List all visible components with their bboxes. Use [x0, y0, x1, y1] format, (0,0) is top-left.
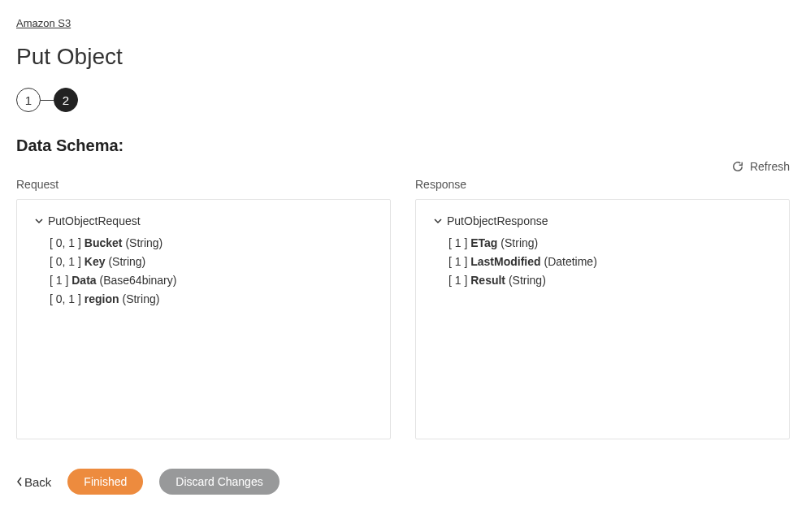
field-type: (Base64binary) — [97, 274, 177, 287]
response-root[interactable]: PutObjectResponse — [434, 214, 771, 227]
field-name: Data — [72, 274, 96, 287]
response-field: [ 1 ] LastModified (Datetime) — [434, 253, 771, 271]
request-panel: PutObjectRequest [ 0, 1 ] Bucket (String… — [16, 199, 391, 439]
chevron-left-icon — [16, 477, 23, 487]
finished-button[interactable]: Finished — [67, 469, 143, 495]
section-title: Data Schema: — [16, 136, 790, 155]
field-name: Result — [470, 274, 505, 287]
response-field: [ 1 ] Result (String) — [434, 271, 771, 290]
response-root-name: PutObjectResponse — [447, 214, 548, 227]
request-field: [ 1 ] Data (Base64binary) — [35, 271, 372, 290]
field-cardinality: [ 1 ] — [50, 274, 72, 287]
discard-button[interactable]: Discard Changes — [159, 469, 279, 495]
back-label: Back — [24, 475, 51, 489]
field-type: (String) — [119, 292, 160, 305]
back-button[interactable]: Back — [16, 475, 51, 489]
field-cardinality: [ 1 ] — [448, 274, 470, 287]
response-label: Response — [415, 178, 790, 191]
field-cardinality: [ 1 ] — [448, 255, 470, 268]
chevron-down-icon — [35, 217, 43, 225]
refresh-button[interactable]: Refresh — [732, 160, 790, 173]
field-cardinality: [ 0, 1 ] — [50, 255, 84, 268]
response-field: [ 1 ] ETag (String) — [434, 234, 771, 253]
field-name: Key — [84, 255, 106, 268]
field-type: (String) — [505, 274, 546, 287]
breadcrumb-amazon-s3[interactable]: Amazon S3 — [16, 17, 71, 29]
request-root-name: PutObjectRequest — [48, 214, 141, 227]
request-column: Request PutObjectRequest [ 0, 1 ] Bucket… — [16, 178, 391, 439]
field-type: (String) — [497, 236, 538, 249]
request-root[interactable]: PutObjectRequest — [35, 214, 372, 227]
page-title: Put Object — [16, 44, 790, 70]
field-name: ETag — [470, 236, 497, 249]
request-label: Request — [16, 178, 391, 191]
response-column: Response PutObjectResponse [ 1 ] ETag (S… — [415, 178, 790, 439]
request-field: [ 0, 1 ] Key (String) — [35, 253, 372, 271]
response-panel: PutObjectResponse [ 1 ] ETag (String)[ 1… — [415, 199, 790, 439]
refresh-icon — [732, 161, 743, 172]
wizard-stepper: 1 2 — [16, 88, 790, 112]
field-type: (String) — [123, 236, 163, 249]
field-name: LastModified — [470, 255, 540, 268]
step-2[interactable]: 2 — [54, 88, 78, 112]
request-field: [ 0, 1 ] Bucket (String) — [35, 234, 372, 253]
step-connector — [41, 100, 54, 101]
field-cardinality: [ 0, 1 ] — [50, 292, 84, 305]
chevron-down-icon — [434, 217, 442, 225]
request-field: [ 0, 1 ] region (String) — [35, 290, 372, 309]
field-name: Bucket — [84, 236, 123, 249]
field-cardinality: [ 0, 1 ] — [50, 236, 84, 249]
field-type: (Datetime) — [541, 255, 597, 268]
field-cardinality: [ 1 ] — [448, 236, 470, 249]
field-name: region — [84, 292, 119, 305]
step-1[interactable]: 1 — [16, 88, 41, 112]
refresh-label: Refresh — [750, 160, 790, 173]
footer-buttons: Back Finished Discard Changes — [16, 469, 790, 495]
field-type: (String) — [106, 255, 146, 268]
